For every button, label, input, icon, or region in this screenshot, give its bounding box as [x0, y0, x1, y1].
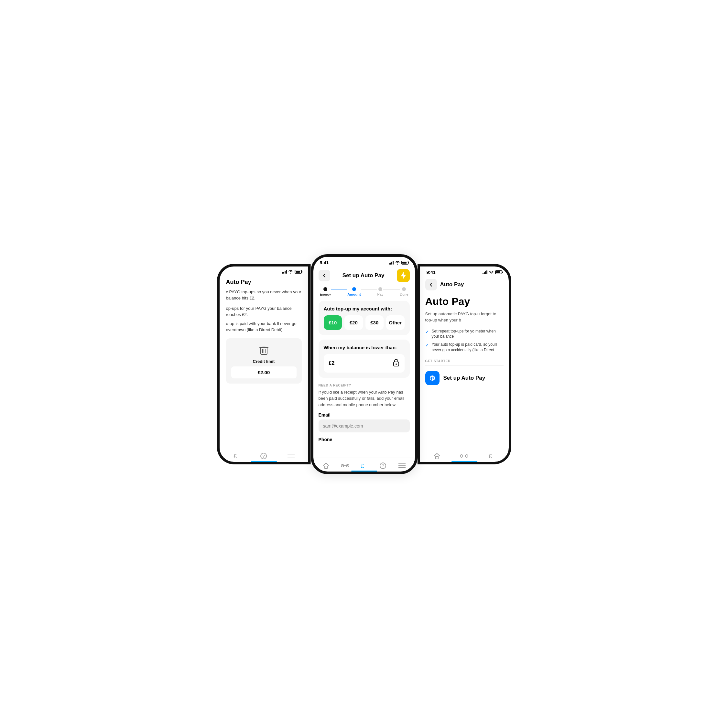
wifi-icon — [288, 270, 293, 274]
right-autopay-desc: Set up automatic PAYG top-u forget to to… — [425, 311, 503, 323]
get-started-divider — [425, 366, 503, 366]
right-header-title: Auto Pay — [440, 281, 464, 288]
amount-20-button[interactable]: £20 — [344, 315, 363, 330]
setup-autopay-label: Set up Auto Pay — [444, 375, 485, 381]
center-battery-icon — [401, 261, 408, 265]
center-header-title: Set up Auto Pay — [343, 272, 385, 279]
svg-text:£: £ — [361, 463, 364, 469]
nav-payments-icon[interactable]: £ — [232, 451, 241, 460]
right-wifi-icon — [489, 271, 494, 274]
step-pay-label: Pay — [377, 292, 383, 296]
right-signal-icon — [483, 271, 487, 274]
center-wifi-icon — [395, 261, 400, 265]
center-phone: 9:41 — [311, 254, 418, 474]
left-bottom-nav: £ ? — [220, 448, 308, 462]
left-page-title: Auto Pay — [220, 275, 308, 289]
center-lightning-button[interactable] — [397, 269, 410, 282]
step-line-2 — [361, 289, 378, 289]
receipt-heading: NEED A RECEIPT? — [318, 384, 410, 387]
battery-icon — [295, 270, 302, 274]
left-desc-1: c PAYG top-ups so you never when your ba… — [226, 289, 302, 301]
svg-text:?: ? — [382, 463, 384, 468]
signal-icon — [282, 270, 287, 274]
svg-point-11 — [396, 364, 397, 365]
setup-autopay-icon — [425, 371, 439, 385]
left-phone: Auto Pay c PAYG top-ups so you never whe… — [217, 264, 311, 464]
step-energy-dot — [323, 287, 327, 291]
email-input[interactable] — [318, 419, 410, 433]
setup-autopay-button[interactable]: Set up Auto Pay — [425, 370, 503, 387]
svg-text:£: £ — [489, 453, 492, 460]
balance-field[interactable]: £2 — [324, 354, 405, 373]
phone-label: Phone — [318, 437, 410, 442]
right-battery-icon — [495, 271, 502, 274]
check-item-2: ✓ Your auto top-up is paid card, so you'… — [425, 342, 503, 353]
check-item-1: ✓ Set repeat top-ups for yo meter when y… — [425, 329, 503, 340]
credit-limit-value: £2.00 — [231, 366, 297, 378]
right-phone: 9:41 — [418, 264, 511, 464]
balance-value: £2 — [329, 360, 335, 366]
balance-card: When my balance is lower than: £2 — [318, 340, 410, 378]
center-nav-help-icon[interactable]: ? — [378, 461, 387, 470]
right-checklist: ✓ Set repeat top-ups for yo meter when y… — [425, 329, 503, 353]
topup-card: Auto top-up my account with: £10 £20 £30… — [318, 301, 410, 335]
checkmark-2: ✓ — [425, 342, 429, 349]
center-nav-activity-icon[interactable] — [341, 461, 350, 470]
step-energy: Energy — [320, 287, 331, 296]
right-back-button[interactable] — [425, 279, 437, 291]
left-status-bar — [220, 266, 308, 275]
amount-10-button[interactable]: £10 — [324, 315, 342, 330]
right-nav-activity-icon[interactable] — [460, 451, 469, 460]
center-status-bar: 9:41 — [314, 257, 415, 266]
center-nav-menu-icon[interactable] — [398, 461, 407, 470]
center-nav-home-icon[interactable] — [321, 461, 330, 470]
progress-steps: Energy Amount Pay Done — [314, 284, 415, 298]
left-desc-3: o-up is paid with your bank ll never go … — [226, 321, 302, 333]
center-bottom-nav: £ ? — [314, 457, 415, 471]
checkmark-1: ✓ — [425, 329, 429, 335]
step-amount-label: Amount — [347, 292, 361, 296]
svg-text:£: £ — [234, 453, 237, 460]
center-header: Set up Auto Pay — [314, 266, 415, 284]
receipt-description: If you'd like a receipt when your Auto P… — [318, 389, 410, 408]
step-done-dot — [402, 287, 406, 291]
right-nav-payments-icon[interactable]: £ — [487, 451, 496, 460]
nav-menu-icon[interactable] — [286, 451, 295, 460]
step-line-3 — [383, 289, 400, 289]
balance-card-title: When my balance is lower than: — [324, 345, 405, 350]
right-status-bar: 9:41 — [420, 266, 509, 276]
step-pay: Pay — [377, 287, 383, 296]
right-nav-home-icon[interactable] — [433, 451, 442, 460]
amount-30-button[interactable]: £30 — [366, 315, 384, 330]
svg-rect-23 — [436, 456, 438, 459]
right-time: 9:41 — [427, 270, 436, 275]
step-done: Done — [400, 287, 408, 296]
get-started-label: GET STARTED — [425, 359, 503, 363]
step-energy-label: Energy — [320, 292, 331, 296]
right-autopay-title: Auto Pay — [425, 295, 503, 307]
amount-other-button[interactable]: Other — [386, 315, 405, 330]
check-text-2: Your auto top-up is paid card, so you'll… — [432, 342, 503, 353]
nav-help-icon[interactable]: ? — [259, 451, 268, 460]
trash-icon[interactable] — [258, 343, 270, 356]
step-pay-dot — [378, 287, 382, 291]
step-amount-dot — [352, 287, 356, 291]
right-bottom-nav: £ — [420, 448, 509, 462]
center-nav-payments-icon[interactable]: £ — [359, 461, 369, 470]
svg-text:?: ? — [263, 454, 265, 459]
step-line-1 — [331, 289, 347, 289]
step-done-label: Done — [400, 292, 408, 296]
receipt-section: NEED A RECEIPT? If you'd like a receipt … — [318, 382, 410, 446]
step-amount: Amount — [347, 287, 361, 296]
left-desc-2: op-ups for your PAYG your balance reache… — [226, 305, 302, 318]
svg-point-22 — [432, 378, 433, 379]
amount-options: £10 £20 £30 Other — [324, 315, 405, 330]
credit-limit-label: Credit limit — [253, 359, 275, 364]
center-back-button[interactable] — [318, 270, 330, 281]
lock-icon — [393, 359, 399, 368]
right-header: Auto Pay — [420, 276, 509, 293]
email-label: Email — [318, 412, 410, 418]
center-signal-icon — [389, 261, 394, 265]
center-scroll-area: Auto top-up my account with: £10 £20 £30… — [314, 298, 415, 457]
center-time: 9:41 — [320, 260, 329, 265]
